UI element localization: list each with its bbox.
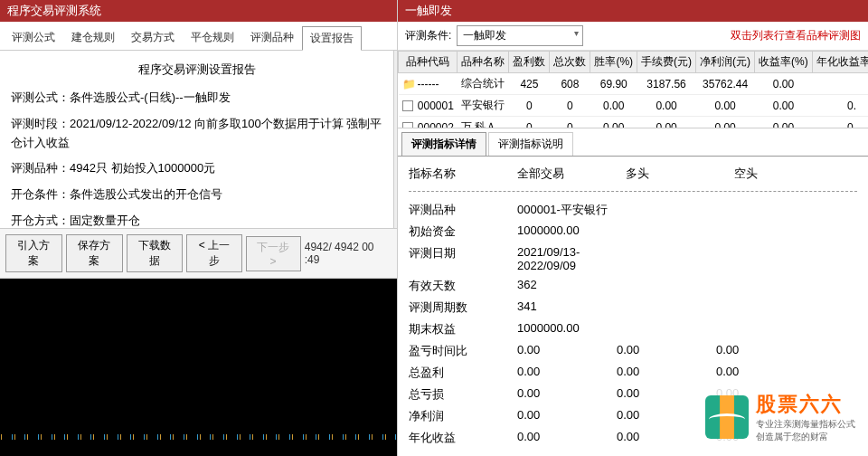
- table-row[interactable]: 📁------综合统计42560869.903187.5635762.440.0…: [399, 73, 869, 95]
- results-table: 品种代码品种名称盈利数总次数胜率(%)手续费(元)净利润(元)收益率(%)年化收…: [398, 51, 868, 128]
- left-window-title: 程序交易评测系统: [0, 0, 397, 22]
- logo-main-text: 股票六六: [756, 391, 855, 418]
- detail-row: 盈亏时间比0.000.000.00: [409, 340, 857, 362]
- tab-build-rule[interactable]: 建仓规则: [63, 25, 123, 50]
- brand-logo: 股票六六 专业注亲测海量指标公式 创造属于您的财富: [702, 387, 859, 447]
- report-body: 程序交易评测设置报告 评测公式：条件选股公式-(日线)--一触即发 评测时段：2…: [0, 51, 393, 228]
- table-row[interactable]: 000002万 科Ａ000.000.000.000.000.: [399, 117, 869, 129]
- report-line: 评测公式：条件选股公式-(日线)--一触即发: [11, 85, 382, 111]
- tab-products[interactable]: 评测品种: [242, 25, 302, 50]
- logo-sub-text: 创造属于您的财富: [756, 431, 855, 443]
- condition-row: 评测条件: 一触即发 双击列表行查看品种评测图: [398, 22, 868, 51]
- tab-report[interactable]: 设置报告: [302, 26, 362, 51]
- left-toolbar: 引入方案 保存方案 下载数据 < 上一步 下一步 > 4942/ 4942 00…: [0, 228, 397, 279]
- detail-row: 评测品种000001-平安银行: [409, 199, 857, 221]
- chart-area[interactable]: [0, 279, 397, 456]
- left-tabs: 评测公式 建仓规则 交易方式 平仓规则 评测品种 设置报告: [0, 22, 397, 51]
- table-header[interactable]: 总次数: [550, 52, 590, 73]
- report-line: 评测时段：2021/09/12-2022/09/12 向前多取100个数据用于计…: [11, 111, 382, 157]
- table-header[interactable]: 净利润(元): [696, 52, 755, 73]
- import-button[interactable]: 引入方案: [5, 234, 62, 272]
- table-header[interactable]: 品种名称: [458, 52, 509, 73]
- report-line: 开仓方式：固定数量开仓: [11, 208, 382, 228]
- report-line: 评测品种：4942只 初始投入1000000元: [11, 156, 382, 182]
- table-header[interactable]: 胜率(%): [590, 52, 637, 73]
- folder-icon: 📁: [402, 78, 416, 90]
- detail-row: 初始资金1000000.00: [409, 221, 857, 242]
- logo-sub-text: 专业注亲测海量指标公式: [756, 418, 855, 431]
- prev-button[interactable]: < 上一步: [186, 234, 241, 272]
- hint-text: 双击列表行查看品种评测图: [731, 28, 861, 43]
- report-line: 开仓条件：条件选股公式发出的开仓信号: [11, 182, 382, 208]
- tab-trade-mode[interactable]: 交易方式: [123, 25, 183, 50]
- next-button[interactable]: 下一步 >: [246, 236, 301, 271]
- detail-row: 评测周期数341: [409, 297, 857, 318]
- detail-row: 总盈利0.000.000.00: [409, 362, 857, 384]
- table-header[interactable]: 收益率(%): [755, 52, 813, 73]
- report-title: 程序交易评测设置报告: [11, 58, 382, 85]
- col-long: 多头: [626, 166, 734, 182]
- download-button[interactable]: 下载数据: [127, 234, 184, 272]
- tab-explain[interactable]: 评测指标说明: [488, 132, 573, 156]
- save-button[interactable]: 保存方案: [66, 234, 123, 272]
- table-header[interactable]: 品种代码: [399, 52, 458, 73]
- detail-row: 有效天数362: [409, 275, 857, 297]
- detail-row: 期末权益1000000.00: [409, 318, 857, 340]
- right-window-title: 一触即发: [398, 0, 868, 22]
- tab-close-rule[interactable]: 平仓规则: [183, 25, 242, 50]
- table-header[interactable]: 盈利数: [509, 52, 550, 73]
- row-checkbox[interactable]: [402, 100, 413, 111]
- table-row[interactable]: 000001平安银行000.000.000.000.000.: [399, 95, 869, 117]
- table-header[interactable]: 手续费(元): [637, 52, 696, 73]
- progress-status: 4942/ 4942 00 :49: [305, 241, 392, 266]
- col-short: 空头: [734, 166, 843, 182]
- tab-formula[interactable]: 评测公式: [4, 25, 63, 50]
- tab-detail[interactable]: 评测指标详情: [401, 132, 486, 156]
- table-header[interactable]: 年化收益率(%): [812, 52, 868, 73]
- row-checkbox[interactable]: [402, 122, 413, 128]
- condition-label: 评测条件:: [405, 28, 451, 43]
- detail-tabs: 评测指标详情 评测指标说明: [398, 128, 868, 157]
- col-indicator: 指标名称: [409, 166, 517, 182]
- logo-icon: [705, 395, 749, 439]
- col-all: 全部交易: [517, 166, 626, 182]
- condition-combo[interactable]: 一触即发: [457, 25, 583, 46]
- detail-row: 评测日期2021/09/13-2022/09/09: [409, 242, 857, 275]
